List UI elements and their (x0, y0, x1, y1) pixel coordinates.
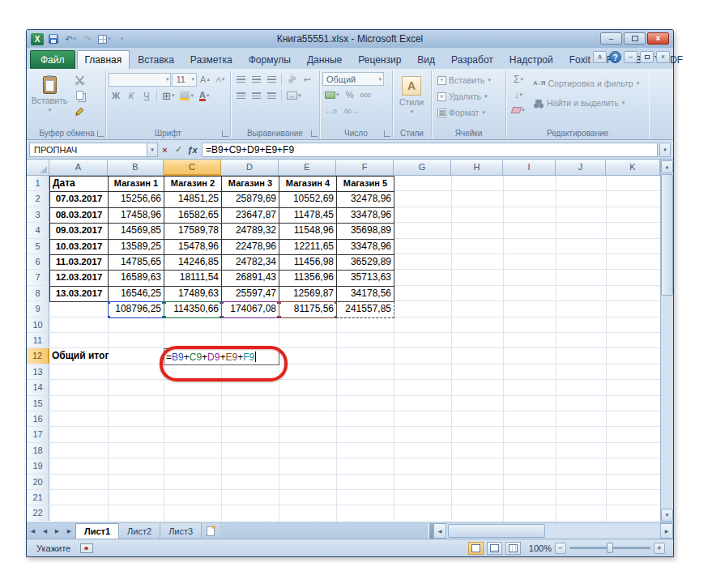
ribbon-tab-Вид[interactable]: Вид (409, 50, 443, 69)
styles-button[interactable]: А Стили ▾ (395, 72, 428, 124)
bold-button[interactable]: Ж (109, 88, 123, 103)
dialog-launcher-icon[interactable] (384, 130, 390, 137)
cell-F8[interactable]: 34178,56 (336, 286, 394, 302)
column-header-A[interactable]: A (49, 160, 108, 176)
view-page-break-button[interactable] (505, 542, 521, 555)
quick-table-button[interactable]: ▾ (97, 32, 112, 45)
cell-C9[interactable]: 114350,66 (164, 301, 221, 317)
fill-color-button[interactable]: ▾ (177, 88, 196, 103)
workbook-minimize-button[interactable]: – (624, 51, 637, 63)
cell-D7[interactable]: 26891,43 (221, 270, 279, 286)
font-size-select[interactable]: 11▾ (172, 73, 197, 87)
cell-D9[interactable]: 174067,08 (221, 301, 279, 317)
cell-A1[interactable]: Дата (49, 176, 109, 192)
cell-F5[interactable]: 33478,96 (336, 239, 394, 255)
ribbon-tab-Файл[interactable]: Файл (30, 50, 75, 69)
increase-decimal-button[interactable]: ←,0 (322, 104, 339, 118)
cell-C7[interactable]: 18111,54 (164, 270, 222, 286)
save-button[interactable] (46, 32, 61, 45)
cell-C2[interactable]: 14851,25 (164, 191, 222, 207)
column-header-J[interactable]: J (556, 160, 606, 176)
ribbon-tab-Разметка[interactable]: Разметка (182, 50, 241, 69)
ribbon-tab-Формулы[interactable]: Формулы (241, 50, 299, 69)
name-box-dropdown[interactable]: ▾ (147, 143, 158, 157)
borders-button[interactable]: ⊞▾ (160, 88, 177, 103)
macro-record-button[interactable] (80, 543, 93, 553)
cell-B5[interactable]: 13589,25 (108, 239, 164, 255)
currency-format-button[interactable]: ▾ (322, 87, 342, 102)
align-middle-button[interactable] (249, 72, 263, 87)
cell-F7[interactable]: 35713,63 (336, 270, 394, 286)
scroll-left-button[interactable]: ◀ (433, 523, 446, 539)
view-page-layout-button[interactable] (487, 542, 502, 555)
insert-cells-button[interactable]: +Вставить▾ (434, 72, 494, 88)
cell-A5[interactable]: 10.03.2017 (49, 239, 109, 255)
vertical-scrollbar[interactable]: ▲ ▼ (660, 160, 673, 522)
percent-style-button[interactable]: % (343, 87, 357, 102)
restore-button[interactable] (624, 32, 646, 45)
cell-B4[interactable]: 14569,85 (108, 223, 164, 239)
decrease-decimal-button[interactable]: ,00→ (340, 104, 360, 118)
column-header-E[interactable]: E (279, 160, 336, 176)
cell-F9[interactable]: 241557,85 (336, 301, 394, 317)
paste-button[interactable]: Вставить ▾ (31, 72, 68, 124)
cell-C5[interactable]: 15478,96 (164, 239, 222, 255)
prev-sheet-button[interactable]: ◀ (39, 523, 51, 539)
zoom-slider[interactable] (569, 547, 650, 549)
horizontal-scrollbar[interactable]: ◀ ▶ (433, 523, 673, 539)
ribbon-tab-Рецензир[interactable]: Рецензир (350, 50, 409, 69)
cell-B3[interactable]: 17458,96 (108, 207, 164, 224)
expand-formula-bar-button[interactable]: ▾ (659, 143, 671, 157)
column-header-C[interactable]: C (164, 160, 221, 176)
close-button[interactable]: × (647, 32, 669, 45)
column-header-K[interactable]: K (606, 160, 660, 176)
sheet-tab-Лист1[interactable]: Лист1 (75, 523, 119, 539)
cell-C6[interactable]: 14246,85 (164, 254, 222, 271)
ribbon-tab-Главная[interactable]: Главная (77, 50, 130, 69)
fill-button[interactable]: ↓▾ (509, 87, 528, 102)
cell-F3[interactable]: 33478,96 (336, 207, 394, 224)
help-button[interactable]: ? (609, 51, 621, 63)
sort-filter-button[interactable]: А↓ЯСортировка и фильтр▾ (530, 75, 642, 92)
cell-B6[interactable]: 14785,65 (108, 254, 164, 271)
column-header-B[interactable]: B (108, 160, 164, 176)
cell-C8[interactable]: 17489,63 (164, 286, 222, 302)
insert-function-button[interactable]: ƒx (185, 143, 199, 157)
comma-style-button[interactable]: 000 (358, 87, 373, 102)
cell-E9[interactable]: 81175,56 (279, 301, 336, 317)
cell-E7[interactable]: 11356,96 (279, 270, 337, 286)
grow-font-button[interactable]: А▴ (198, 72, 212, 87)
ribbon-tab-Разработ[interactable]: Разработ (443, 50, 501, 69)
dialog-launcher-icon[interactable] (97, 130, 104, 137)
excel-logo-icon[interactable]: X (31, 33, 44, 45)
cell-A6[interactable]: 11.03.2017 (49, 254, 109, 271)
cell-F1[interactable]: Магазин 5 (336, 176, 394, 192)
name-box[interactable]: ПРОПНАЧ (29, 143, 147, 157)
delete-cells-button[interactable]: ×Удалить▾ (434, 88, 491, 104)
cell-E3[interactable]: 11478,45 (279, 207, 337, 224)
align-top-button[interactable] (233, 72, 248, 87)
copy-button[interactable] (70, 87, 89, 102)
cell-editor[interactable]: =B9+C9+D9+E9+F9 (164, 348, 279, 364)
view-normal-button[interactable] (468, 542, 484, 555)
enter-entry-button[interactable]: ✓ (172, 143, 185, 157)
vertical-scroll-thumb[interactable] (661, 174, 673, 296)
autosum-button[interactable]: Σ▾ (509, 72, 528, 87)
align-bottom-button[interactable] (264, 72, 279, 87)
column-header-F[interactable]: F (336, 160, 394, 176)
cell-E2[interactable]: 10552,69 (279, 191, 337, 207)
scroll-up-button[interactable]: ▲ (661, 160, 673, 173)
grid[interactable]: ДатаМагазин 1Магазин 2Магазин 3Магазин 4… (27, 176, 660, 522)
undo-button[interactable]: ↶▾ (63, 32, 78, 45)
cell-C1[interactable]: Магазин 2 (164, 176, 222, 192)
ribbon-tab-Данные[interactable]: Данные (299, 50, 350, 69)
cell-A12[interactable]: Общий итог (49, 348, 108, 364)
last-sheet-button[interactable]: ▶ (63, 523, 75, 539)
customize-qat-button[interactable]: ▾ (114, 32, 129, 45)
dialog-launcher-icon[interactable] (222, 130, 228, 137)
cell-C4[interactable]: 17589,78 (164, 223, 222, 239)
cell-B7[interactable]: 16589,63 (108, 270, 164, 286)
cut-button[interactable] (70, 72, 89, 87)
cell-A8[interactable]: 13.03.2017 (49, 286, 109, 302)
column-header-I[interactable]: I (503, 160, 556, 176)
